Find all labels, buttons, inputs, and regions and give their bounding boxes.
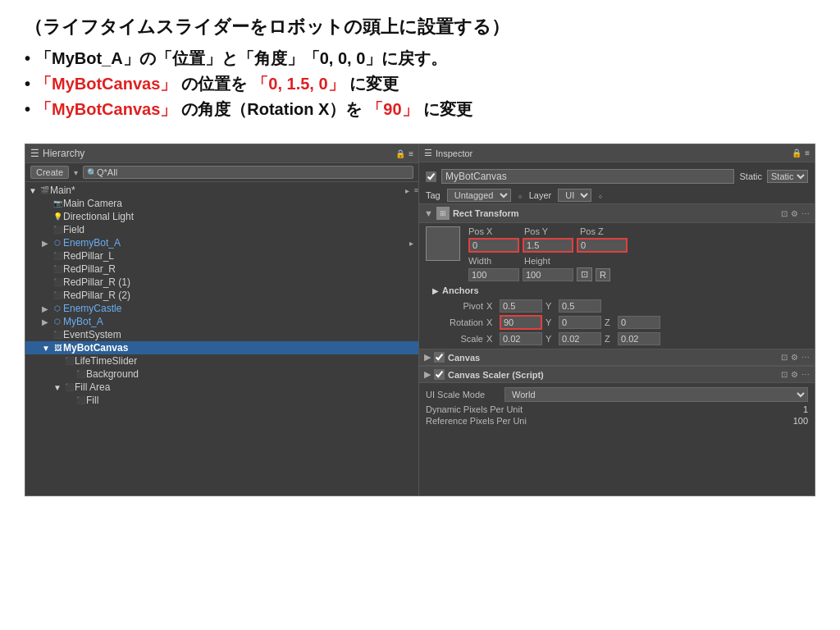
rect-transform-header[interactable]: ▼ ⊞ Rect Transform ⊡ ⚙ ⋯: [419, 203, 815, 223]
object-name-input[interactable]: [441, 169, 734, 184]
anchor-header[interactable]: ▶ Anchors: [432, 285, 801, 295]
tree-item-mybotcanvas[interactable]: ▼ 🖼 MyBotCanvas: [25, 341, 418, 354]
rotation-label: Rotation: [426, 317, 483, 327]
object-active-checkbox[interactable]: [426, 171, 436, 182]
tree-item-fill[interactable]: ⬛ Fill: [25, 394, 418, 407]
rotation-x-input[interactable]: [500, 315, 542, 330]
canvas-collapse-icon: ▶: [424, 352, 431, 363]
tree-item-field[interactable]: ⬛ Field: [25, 223, 418, 236]
canvas-scaler-title: Canvas Scaler (Script): [448, 370, 781, 380]
tree-item-background[interactable]: ⬛ Background: [25, 368, 418, 381]
tree-item-mybot-a[interactable]: ▶ ⬡ MyBot_A: [25, 315, 418, 328]
rect-icon-1[interactable]: ⊡: [781, 209, 788, 218]
tree-item-redpillar-l[interactable]: ⬛ RedPillar_L: [25, 249, 418, 262]
inspector-content: Static Static Tag Untagged ⬦ Layer UI ⬦: [419, 162, 815, 495]
item-label-fillarea: Fill Area: [75, 381, 110, 393]
pos-y-header: Pos Y: [524, 226, 577, 236]
width-header: Width: [468, 256, 521, 266]
hierarchy-toolbar: Create ▾ 🔍: [25, 163, 418, 182]
item-label-light: Directional Light: [63, 211, 134, 222]
prefab-icon-castle: ⬡: [52, 303, 63, 314]
tree-item-redpillar-r1[interactable]: ⬛ RedPillar_R (1): [25, 276, 418, 289]
layer-arrow: ⬦: [598, 191, 603, 200]
canvas-icon-1[interactable]: ⊡: [781, 353, 788, 362]
tree-item-eventsystem[interactable]: ⬛ EventSystem: [25, 328, 418, 341]
arrow-fillarea: ▼: [53, 383, 63, 392]
dynamic-pixels-row: Dynamic Pixels Per Unit 1: [426, 404, 808, 415]
eventsystem-icon: ⬛: [52, 329, 63, 340]
lock-icon[interactable]: 🔒: [395, 149, 405, 158]
pivot-y-input[interactable]: [559, 299, 601, 313]
pos-x-input[interactable]: [468, 238, 519, 253]
scroll-arrow-enemybot: ▸: [409, 239, 413, 248]
tree-item-enemybot[interactable]: ▶ ⬡ EnemyBot_A ▸: [25, 236, 418, 249]
tree-item-main-camera[interactable]: 📷 Main Camera: [25, 197, 418, 210]
inspector-menu-btn[interactable]: ≡: [805, 148, 810, 158]
rect-icon-2[interactable]: ⚙: [791, 209, 798, 218]
height-input[interactable]: [523, 268, 573, 281]
tree-item-redpillar-r[interactable]: ⬛ RedPillar_R: [25, 262, 418, 276]
tree-item-enemycastle[interactable]: ▶ ⬡ EnemyCastle: [25, 302, 418, 315]
anchor-arrow: ▶: [432, 286, 439, 295]
rotation-y-input[interactable]: [559, 316, 601, 329]
item-label-enemycastle: EnemyCastle: [63, 303, 121, 314]
search-box[interactable]: 🔍: [83, 166, 413, 179]
hierarchy-icon: ☰: [30, 148, 39, 159]
create-button[interactable]: Create: [30, 166, 69, 179]
reference-pixels-row: Reference Pixels Per Uni 100: [426, 415, 808, 427]
canvas-scaler-header[interactable]: ▶ Canvas Scaler (Script) ⊡ ⚙ ⋯: [419, 366, 815, 383]
rect-icon: ⊞: [436, 207, 450, 220]
bullet-3-red-2: 「90」: [367, 98, 418, 121]
pos-x-header: Pos X: [468, 226, 521, 236]
canvas-active-checkbox[interactable]: [434, 352, 445, 363]
layer-select[interactable]: UI: [558, 189, 591, 202]
inspector-lock-icon[interactable]: 🔒: [792, 148, 801, 158]
hierarchy-tree[interactable]: ▼ 🎬 Main* ▸ ≡ 📷 Main Camera 💡 Directiona…: [25, 182, 418, 495]
hierarchy-header: ☰ Hierarchy 🔒 ≡: [25, 144, 418, 163]
item-label-background: Background: [86, 368, 139, 380]
canvas-title: Canvas: [448, 353, 781, 363]
field-icon: ⬛: [52, 224, 63, 235]
search-input[interactable]: [97, 167, 409, 177]
pos-values-row: [468, 238, 808, 253]
ui-scale-mode-select[interactable]: World: [504, 387, 808, 402]
pos-z-header: Pos Z: [580, 226, 632, 236]
tree-item-lifetimeslider[interactable]: ⬛ LifeTimeSlider: [25, 354, 418, 368]
dotted-rect-btn[interactable]: ⊡: [577, 267, 592, 281]
tree-item-redpillar-r2[interactable]: ⬛ RedPillar_R (2): [25, 289, 418, 302]
pivot-x-input[interactable]: [500, 299, 542, 313]
canvas-header[interactable]: ▶ Canvas ⊡ ⚙ ⋯: [419, 349, 815, 366]
scaler-active-checkbox[interactable]: [434, 369, 445, 380]
wh-header-row: Width Height: [468, 256, 808, 266]
scale-z-input[interactable]: [618, 332, 660, 345]
item-label-camera: Main Camera: [63, 198, 122, 209]
width-input[interactable]: [468, 268, 519, 281]
canvas-icon-2[interactable]: ⚙: [791, 353, 798, 362]
scale-x-input[interactable]: [500, 332, 542, 345]
rotation-z-input[interactable]: [618, 316, 660, 329]
rect-transform-title: Rect Transform: [453, 208, 781, 218]
inspector-header-icons: 🔒 ≡: [792, 148, 810, 158]
menu-icon-main: ≡: [414, 186, 418, 194]
pos-y-input[interactable]: [523, 238, 573, 253]
item-label-enemybot: EnemyBot_A: [63, 237, 121, 249]
scaler-icon-2[interactable]: ⚙: [791, 370, 798, 379]
scale-y-input[interactable]: [559, 332, 601, 345]
tag-select[interactable]: Untagged: [447, 189, 511, 202]
scaler-icon-1[interactable]: ⊡: [781, 370, 788, 379]
tree-item-fill-area[interactable]: ▼ ⬛ Fill Area: [25, 381, 418, 394]
tree-item-dir-light[interactable]: 💡 Directional Light: [25, 210, 418, 223]
static-dropdown[interactable]: Static: [767, 170, 808, 183]
tree-item-main[interactable]: ▼ 🎬 Main* ▸ ≡: [25, 184, 418, 197]
pos-z-input[interactable]: [577, 238, 628, 253]
cube-icon-rpr: ⬛: [52, 263, 63, 275]
scaler-icon-3[interactable]: ⋯: [801, 370, 810, 379]
rect-icon-3[interactable]: ⋯: [801, 209, 810, 218]
canvas-icon-3[interactable]: ⋯: [801, 353, 810, 362]
scale-x-label: X: [486, 334, 496, 344]
item-label-mybot-a: MyBot_A: [63, 316, 103, 327]
r-button[interactable]: R: [596, 268, 610, 281]
menu-icon[interactable]: ≡: [409, 149, 413, 158]
arrow-enemycastle: ▶: [42, 304, 52, 313]
layer-label: Layer: [529, 190, 552, 200]
